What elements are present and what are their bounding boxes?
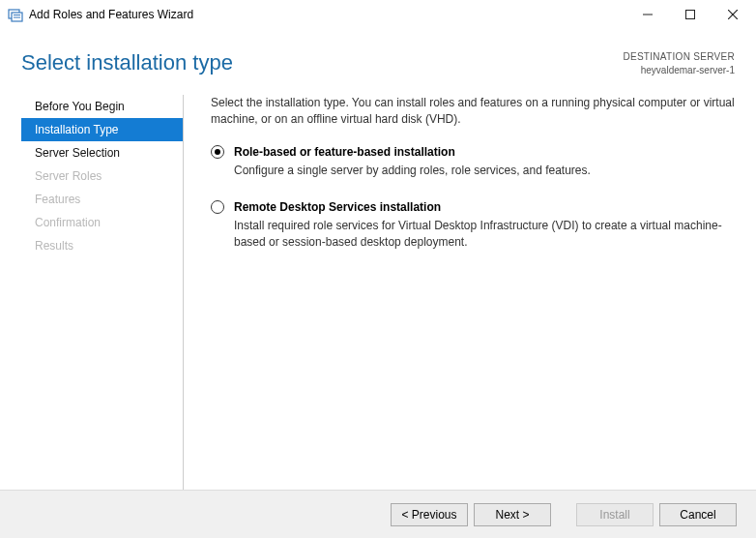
nav-results: Results bbox=[21, 234, 183, 257]
nav-features: Features bbox=[21, 188, 183, 211]
svg-rect-2 bbox=[14, 15, 20, 15]
nav-confirmation: Confirmation bbox=[21, 211, 183, 234]
install-button: Install bbox=[576, 503, 654, 526]
close-button[interactable] bbox=[712, 1, 754, 28]
nav-installation-type[interactable]: Installation Type bbox=[21, 118, 183, 141]
nav-before-you-begin[interactable]: Before You Begin bbox=[21, 95, 183, 118]
page-header: Select installation type DESTINATION SER… bbox=[21, 50, 735, 77]
title-bar: Add Roles and Features Wizard bbox=[0, 0, 756, 29]
svg-rect-3 bbox=[14, 17, 20, 18]
page-title: Select installation type bbox=[21, 50, 623, 75]
destination-server: heyvaldemar-server-1 bbox=[623, 64, 735, 77]
window-title: Add Roles and Features Wizard bbox=[29, 8, 626, 21]
destination-label: DESTINATION SERVER bbox=[623, 50, 735, 64]
option-role-based[interactable]: Role-based or feature-based installation… bbox=[211, 144, 735, 180]
intro-text: Select the installation type. You can in… bbox=[211, 95, 735, 129]
option-desc: Configure a single server by adding role… bbox=[234, 163, 735, 179]
maximize-button[interactable] bbox=[669, 1, 712, 28]
nav-server-selection[interactable]: Server Selection bbox=[21, 141, 183, 164]
radio-icon[interactable] bbox=[211, 145, 224, 159]
cancel-button[interactable]: Cancel bbox=[659, 503, 737, 526]
option-title: Role-based or feature-based installation bbox=[234, 144, 735, 161]
window-controls bbox=[626, 1, 754, 28]
button-bar: < Previous Next > Install Cancel bbox=[0, 490, 756, 538]
svg-rect-5 bbox=[686, 11, 695, 19]
option-desc: Install required role services for Virtu… bbox=[234, 218, 735, 252]
wizard-icon bbox=[8, 7, 23, 22]
option-remote-desktop[interactable]: Remote Desktop Services installation Ins… bbox=[211, 199, 735, 252]
previous-button[interactable]: < Previous bbox=[391, 503, 468, 526]
option-title: Remote Desktop Services installation bbox=[234, 199, 735, 216]
wizard-nav: Before You Begin Installation Type Serve… bbox=[21, 95, 184, 492]
main-pane: Select the installation type. You can in… bbox=[211, 95, 735, 492]
radio-icon[interactable] bbox=[211, 200, 224, 214]
nav-server-roles: Server Roles bbox=[21, 164, 183, 188]
next-button[interactable]: Next > bbox=[474, 503, 551, 526]
minimize-button[interactable] bbox=[626, 1, 669, 28]
destination-box: DESTINATION SERVER heyvaldemar-server-1 bbox=[623, 50, 735, 77]
